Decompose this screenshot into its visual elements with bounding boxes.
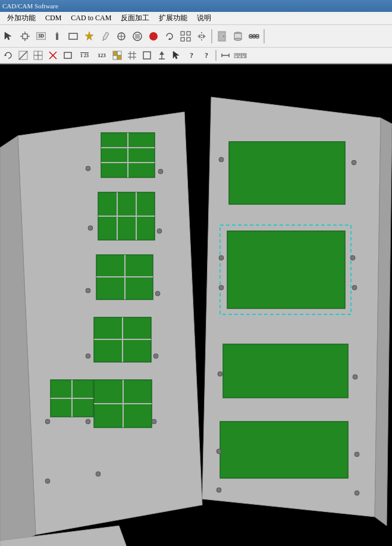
svg-point-94 — [86, 354, 90, 358]
panel-grid-3 — [96, 255, 153, 299]
cylinder-button[interactable] — [230, 29, 246, 44]
right-panel-rect-2-frame — [220, 225, 351, 314]
menu-item-help[interactable]: 说明 — [192, 12, 216, 24]
rectangle2-button[interactable] — [61, 49, 75, 62]
right-panel-rect-3 — [223, 344, 348, 398]
menu-item-reverse[interactable]: 反面加工 — [116, 12, 154, 24]
svg-point-119 — [217, 449, 221, 454]
svg-point-114 — [352, 160, 356, 165]
svg-rect-45 — [113, 51, 117, 55]
menu-item-cdm[interactable]: CDM — [40, 13, 66, 24]
svg-rect-20 — [187, 32, 190, 35]
svg-rect-44 — [64, 52, 71, 58]
grid-snap-button[interactable] — [31, 49, 45, 62]
svg-point-101 — [152, 419, 156, 424]
menu-item-extended[interactable]: 扩展功能 — [154, 12, 192, 24]
query-icon1: ? — [190, 51, 193, 60]
svg-marker-9 — [85, 32, 93, 40]
toolbar2: 1 23 123 — [0, 48, 392, 64]
up-arrow-button[interactable] — [155, 49, 169, 62]
svg-rect-22 — [187, 38, 190, 41]
svg-marker-18 — [168, 38, 171, 40]
square-button[interactable] — [140, 49, 154, 62]
snap-diagonal-button[interactable] — [16, 49, 30, 62]
svg-point-118 — [353, 375, 357, 379]
svg-rect-108 — [227, 231, 345, 308]
svg-rect-16 — [135, 34, 140, 39]
text-icon: 123 — [98, 52, 106, 58]
undo-button[interactable] — [1, 49, 15, 62]
select-tool-button[interactable] — [1, 29, 17, 44]
svg-point-31 — [234, 38, 242, 40]
svg-rect-48 — [117, 55, 121, 60]
right-panel-rect-4 — [220, 422, 348, 478]
svg-rect-7 — [56, 34, 58, 40]
svg-point-28 — [223, 36, 224, 37]
svg-rect-1 — [23, 34, 27, 39]
svg-rect-53 — [143, 52, 150, 59]
circle-fill-button[interactable] — [146, 29, 161, 44]
menu-bar: 外加功能 CDM CAD to CAM 反面加工 扩展功能 说明 — [0, 12, 392, 25]
svg-point-102 — [96, 472, 101, 476]
svg-point-97 — [158, 169, 163, 174]
svg-point-117 — [218, 372, 222, 376]
svg-rect-46 — [117, 51, 121, 55]
canvas-area[interactable] — [0, 64, 392, 546]
svg-rect-19 — [181, 32, 184, 35]
svg-point-121 — [355, 491, 359, 495]
tool-button[interactable] — [114, 29, 129, 44]
svg-marker-25 — [203, 34, 206, 39]
svg-marker-0 — [5, 32, 11, 40]
svg-point-120 — [355, 452, 359, 457]
svg-rect-116 — [220, 422, 348, 478]
svg-point-100 — [153, 354, 158, 358]
right-panel-rect-1 — [229, 142, 345, 204]
svg-point-112 — [352, 285, 357, 290]
svg-point-91 — [86, 166, 90, 171]
menu-item-cadcam[interactable]: CAD to CAM — [66, 13, 116, 24]
svg-rect-10 — [103, 32, 109, 39]
block-grid-button[interactable] — [125, 49, 139, 62]
svg-point-95 — [45, 419, 50, 424]
svg-point-98 — [157, 229, 162, 233]
svg-rect-106 — [229, 142, 345, 204]
cad-viewport[interactable] — [0, 64, 392, 546]
star-button[interactable] — [81, 29, 97, 44]
query-button1[interactable]: ? — [184, 49, 199, 62]
pencil-button[interactable] — [98, 29, 113, 44]
chain-button[interactable] — [246, 29, 262, 44]
panel-grid-1 — [101, 133, 155, 177]
numbered-text-button[interactable]: 1 23 — [76, 49, 93, 62]
panel-grid-6 — [94, 380, 152, 428]
ruler-button[interactable] — [233, 49, 247, 62]
toolbar1: 3D — [0, 25, 392, 48]
toolbar-separator-1 — [211, 29, 212, 43]
num-text-icon: 1 23 — [80, 53, 89, 58]
svg-point-93 — [86, 288, 90, 293]
move-tool-button[interactable] — [17, 29, 33, 44]
array-button[interactable] — [178, 29, 193, 44]
menu-item-extra[interactable]: 外加功能 — [2, 12, 40, 24]
svg-marker-24 — [197, 34, 200, 39]
door-button[interactable] — [214, 29, 230, 44]
cross-snap-button[interactable] — [46, 49, 60, 62]
svg-line-38 — [19, 51, 27, 60]
text-button[interactable]: 123 — [94, 49, 109, 62]
title-bar: CAD/CAM Software — [0, 0, 392, 12]
rectangle-button[interactable] — [65, 29, 81, 44]
query-button2[interactable]: ? — [199, 49, 214, 62]
hatch-button[interactable] — [110, 49, 124, 62]
svg-marker-57 — [173, 51, 179, 59]
pointer-button[interactable] — [170, 49, 184, 62]
panel-grid-2 — [98, 192, 155, 240]
3d-view-button[interactable]: 3D — [33, 29, 49, 44]
rotate-button[interactable] — [162, 29, 177, 44]
drill-button[interactable] — [49, 29, 65, 44]
mirror-button[interactable] — [194, 29, 209, 44]
symbol-button[interactable] — [130, 29, 145, 44]
measure-button[interactable] — [218, 49, 233, 62]
svg-point-92 — [88, 226, 93, 230]
svg-point-111 — [350, 255, 355, 260]
title-text: CAD/CAM Software — [2, 2, 58, 10]
query-icon2: ? — [205, 51, 208, 60]
